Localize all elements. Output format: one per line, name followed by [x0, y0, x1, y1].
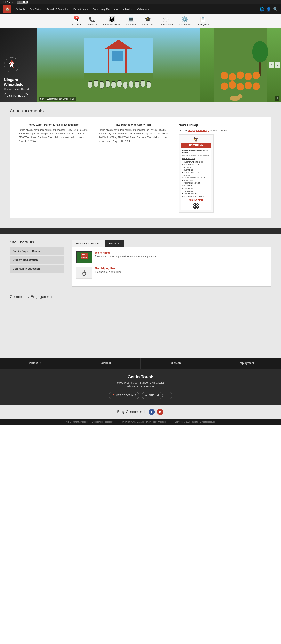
user-icon[interactable]: 👤 — [266, 7, 271, 12]
tab-follow-us[interactable]: Follow us — [105, 240, 124, 247]
quick-link-student-tech-label: Student Tech — [142, 24, 154, 26]
web-community-manager-label: Web Community Manager — [65, 421, 88, 423]
headline-desc-1: Free help for NW families. — [95, 270, 122, 273]
svg-point-14 — [123, 82, 128, 89]
nav-athletics[interactable]: Athletics — [121, 7, 135, 12]
hiring-flyer-header: NOW HIRING — [181, 143, 211, 148]
nav-community-resources[interactable]: Community Resources — [90, 7, 121, 12]
svg-point-32 — [252, 41, 268, 62]
top-nav: 🏠 Schools Our District Board of Educatio… — [0, 4, 281, 14]
svg-point-12 — [111, 81, 116, 88]
footer-buttons: 📍 GET DIRECTIONS 🗺 SITE MAP ↑ — [4, 392, 277, 399]
footer-contact-phone: Phone: 716-215-3000 — [4, 385, 277, 388]
quick-link-parent-portal[interactable]: ⚙️ Parent Portal — [179, 16, 191, 26]
quick-link-employment[interactable]: 📋 Employment — [197, 16, 209, 26]
footer-nav-contact[interactable]: Contact US — [0, 358, 70, 368]
quick-link-calendar[interactable]: 📅 Calendar — [72, 16, 81, 26]
district-home-button[interactable]: DISTRICT HOME — [4, 93, 28, 98]
stay-connected-title: Stay Connected — [117, 410, 145, 414]
flyer-org: Niagara Wheatfield Central School Distri… — [182, 149, 210, 154]
footer-feedback-link[interactable]: Questions or Feedback? — [92, 421, 113, 423]
footer-nav-mission[interactable]: Mission — [141, 358, 211, 368]
high-contrast-toggle[interactable]: OFF ON — [16, 0, 28, 4]
quick-link-staff-tech[interactable]: 💻 Staff Tech — [126, 16, 136, 26]
get-directions-button[interactable]: 📍 GET DIRECTIONS — [109, 392, 140, 399]
hero-pause-button[interactable]: ⏸ — [275, 96, 280, 100]
svg-point-42 — [253, 83, 260, 90]
translate-icon[interactable]: 🌐 — [259, 7, 264, 12]
calendar-icon: 📅 — [73, 16, 80, 23]
shortcut-student-registration[interactable]: Student Registration — [10, 256, 64, 264]
stay-connected-section: Stay Connected f ▶ — [0, 405, 281, 419]
home-button[interactable]: 🏠 — [3, 6, 11, 13]
hero-next-button[interactable]: › — [275, 62, 280, 68]
nav-calendars[interactable]: Calendars — [135, 7, 151, 12]
quick-link-food-service-label: Food Service — [160, 24, 173, 26]
scroll-top-button[interactable]: ↑ — [165, 392, 172, 399]
hero-images: › ‹ — [37, 28, 281, 102]
footer-privacy-link[interactable]: Web Community Manager Privacy Policy (Up… — [122, 421, 166, 423]
svg-rect-20 — [94, 80, 98, 81]
now-hiring-title: Now Hiring! — [179, 123, 263, 128]
shortcut-family-support[interactable]: Family Support Center — [10, 247, 64, 255]
svg-point-17 — [140, 80, 145, 87]
footer-contact-title: Get In Touch — [4, 374, 277, 380]
nav-right-icons: 🌐 👤 🔍 — [259, 7, 278, 12]
hero-main-image: Senior Walk-through at Errick Road — [37, 28, 200, 102]
shortcuts-title: Site Shortcuts — [10, 240, 64, 244]
svg-point-41 — [245, 82, 252, 89]
quick-link-food-service[interactable]: 🍽️ Food Service — [160, 16, 173, 26]
shortcut-community-education[interactable]: Community Education — [10, 265, 64, 272]
hiring-flyer-logo: 🦅 — [181, 136, 211, 142]
announcements-section: Announcements Policy 8260 – Parent & Fam… — [0, 102, 281, 228]
nav-board-of-education[interactable]: Board of Education — [45, 7, 71, 12]
svg-rect-21 — [100, 82, 103, 82]
svg-point-11 — [105, 80, 110, 88]
svg-rect-23 — [112, 81, 115, 82]
youtube-button[interactable]: ▶ — [157, 409, 163, 415]
shortcuts-panel: Site Shortcuts Family Support Center Stu… — [10, 240, 64, 287]
quick-link-student-tech[interactable]: 🎓 Student Tech — [142, 16, 154, 26]
nav-schools[interactable]: Schools — [14, 7, 27, 12]
community-title: Community Engagement — [10, 294, 271, 299]
tab-headlines-features[interactable]: Headlines & Features — [72, 240, 105, 247]
employment-page-link[interactable]: Employment Page — [188, 129, 209, 132]
hero-left-panel: Niagara Wheatfield Central School Distri… — [0, 28, 37, 102]
quick-link-family[interactable]: 👨‍👩‍👧 Family Resources — [103, 16, 120, 26]
headline-title-1[interactable]: NW Helping Hand — [95, 267, 122, 270]
svg-point-8 — [88, 81, 92, 88]
announcement-text-1: Notice of a 30-day public comment period… — [99, 128, 169, 143]
toggle-off[interactable]: OFF — [17, 1, 23, 3]
nav-links: Schools Our District Board of Education … — [14, 7, 259, 12]
footer-nav: Contact US Calendar Mission Employment — [0, 358, 281, 368]
headlines-panel: Headlines & Features Follow us WE'RE HIR… — [72, 240, 271, 287]
qr-code — [193, 203, 199, 209]
site-map-button[interactable]: 🗺 SITE MAP — [142, 392, 163, 399]
hero-prev-button[interactable]: ‹ — [269, 62, 274, 68]
quick-link-contact[interactable]: 📞 Contact Us — [87, 16, 97, 26]
toggle-on[interactable]: ON — [23, 1, 27, 3]
svg-rect-28 — [141, 80, 144, 81]
headline-text-1: NW Helping Hand Free help for NW familie… — [95, 267, 122, 273]
footer-contact-address: 5700 West Street, Sanborn, NY 14132 — [4, 381, 277, 384]
svg-point-9 — [94, 80, 98, 87]
school-logo — [4, 57, 19, 76]
search-icon[interactable]: 🔍 — [273, 7, 278, 12]
quick-link-employment-label: Employment — [197, 24, 209, 26]
nav-our-district[interactable]: Our District — [27, 7, 45, 12]
headline-title-0[interactable]: We're Hiring! — [95, 251, 156, 254]
svg-rect-26 — [130, 81, 133, 81]
headlines-tabs: Headlines & Features Follow us — [72, 240, 271, 247]
food-service-icon: 🍽️ — [163, 16, 170, 23]
footer-nav-calendar[interactable]: Calendar — [70, 358, 140, 368]
svg-point-35 — [237, 72, 244, 79]
get-directions-label: GET DIRECTIONS — [116, 394, 136, 397]
announcement-title-0: Policy 8260 – Parent & Family Engagement — [18, 123, 89, 126]
headlines-content: WE'RE HIRING ✓ We're Hiring! Read about … — [72, 247, 271, 287]
headline-thumb-0: WE'RE HIRING ✓ — [76, 251, 92, 263]
footer-nav-employment[interactable]: Employment — [211, 358, 281, 368]
facebook-button[interactable]: f — [149, 409, 155, 415]
nav-departments[interactable]: Departments — [71, 7, 90, 12]
svg-point-10 — [99, 82, 104, 88]
high-contrast-bar: High Contrast OFF ON — [0, 0, 281, 4]
